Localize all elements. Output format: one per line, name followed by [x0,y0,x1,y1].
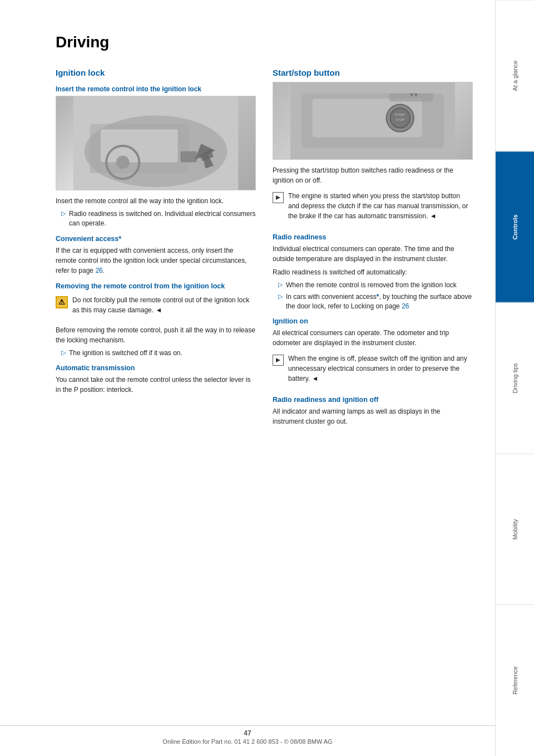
sidebar-tab-controls[interactable]: Controls [496,151,534,303]
sidebar-tab-mobility[interactable]: Mobility [496,454,534,605]
svg-text:START: START [395,113,406,116]
convenient-access-text: If the car is equipped with convenient a… [56,246,256,276]
note-box-1: The engine is started when you press the… [273,189,473,227]
sidebar-tab-driving-tips[interactable]: Driving tips [496,302,534,454]
convenient-page-ref[interactable]: 26 [95,267,102,274]
auto-transmission-text: You cannot take out the remote control u… [56,375,256,395]
warning-box: ⚠ Do not forcibly pull the remote contro… [56,293,256,321]
bullet-arrow-icon-2: ▷ [61,349,66,356]
svg-marker-21 [276,358,280,362]
removing-heading: Removing the remote control from the ign… [56,282,256,290]
pressing-text: Pressing the start/stop button switches … [273,165,473,185]
radio-off-text: All indicator and warning lamps as well … [273,406,473,426]
bullet-arrow-icon: ▷ [61,210,66,217]
radio-off-heading: Radio readiness and ignition off [273,396,473,404]
note-icon-2 [273,355,284,366]
note-icon-1 [273,192,284,203]
page-number: 47 [0,729,495,737]
svg-marker-20 [276,195,280,200]
radio-readiness-text2: Radio readiness is switched off automati… [273,267,473,277]
insert-body-text: Insert the remote control all the way in… [56,196,256,206]
right-sidebar: At a glance Controls Driving tips Mobili… [495,0,534,756]
bullet-arrow-icon-4: ▷ [278,293,283,300]
ignition-on-heading: Ignition on [273,317,473,325]
radio-readiness-heading: Radio readiness [273,233,473,241]
bullet-radio-readiness: ▷ Radio readiness is switched on. Indivi… [56,209,256,228]
warning-text: Do not forcibly pull the remote control … [72,295,256,315]
ignition-on-text: All electrical consumers can operate. Th… [273,328,473,348]
bullet-convenient-access: ▷ In cars with convenient access*, by to… [273,292,473,311]
bullet-ignition-off: ▷ The ignition is switched off if it was… [56,348,256,358]
ignition-lock-image [56,96,256,190]
radio-readiness-text1: Individual electrical consumers can oper… [273,244,473,264]
page-title: Driving [56,33,473,51]
note1-text: The engine is started when you press the… [288,191,473,221]
note-box-2: When the engine is off, please switch of… [273,351,473,389]
svg-text:STOP: STOP [395,118,404,121]
auto-transmission-heading: Automatic transmission [56,364,256,372]
insert-sub-heading: Insert the remote control into the ignit… [56,85,256,93]
svg-rect-6 [180,151,197,163]
sidebar-tab-at-a-glance[interactable]: At a glance [496,0,534,151]
svg-point-5 [116,156,130,169]
start-stop-image: START STOP [273,82,473,160]
convenient-access-heading: Convenient access* [56,235,256,243]
before-removing-text: Before removing the remote control, push… [56,325,256,345]
warning-icon: ⚠ [56,296,68,308]
footer-text: Online Edition for Part no. 01 41 2 600 … [162,738,332,745]
bullet-arrow-icon-3: ▷ [278,281,283,288]
start-stop-heading: Start/stop button [273,68,473,77]
page-footer: 47 Online Edition for Part no. 01 41 2 6… [0,725,495,745]
note2-text: When the engine is off, please switch of… [288,354,473,384]
ignition-lock-heading: Ignition lock [56,68,256,77]
bullet-remote-removed: ▷ When the remote control is removed fro… [273,281,473,290]
sidebar-tab-reference[interactable]: Reference [496,605,534,756]
radio-bullet2-ref[interactable]: 26 [402,302,409,310]
